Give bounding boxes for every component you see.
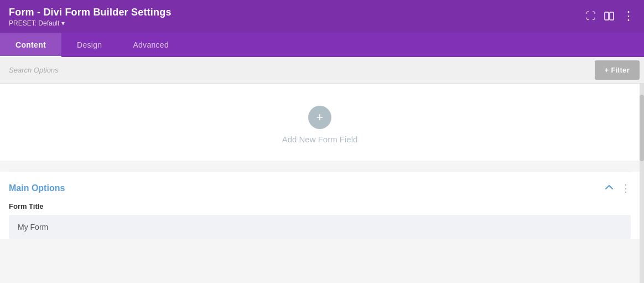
collapse-icon[interactable]: [604, 182, 614, 194]
header: Form - Divi Form Builder Settings PRESET…: [0, 0, 644, 33]
more-options-icon[interactable]: ⋮: [622, 9, 635, 23]
search-input[interactable]: [0, 58, 590, 82]
tabs-bar: Content Design Advanced: [0, 33, 644, 57]
main-options-section: Main Options ⋮ Form Title: [0, 172, 640, 239]
header-left: Form - Divi Form Builder Settings PRESET…: [9, 7, 172, 27]
svg-rect-0: [605, 12, 609, 20]
main-content: + Add New Form Field Main Options ⋮: [0, 84, 640, 283]
scrollable-area: + Add New Form Field Main Options ⋮: [0, 84, 644, 283]
fullscreen-icon[interactable]: ⛶: [586, 11, 596, 22]
section-header: Main Options ⋮: [9, 172, 631, 202]
form-title-label: Form Title: [9, 202, 631, 210]
header-actions: ⛶ ⋮: [586, 7, 635, 23]
preset-label: PRESET: Default ▾: [9, 19, 172, 27]
section-title: Main Options: [9, 183, 65, 193]
scrollbar-thumb[interactable]: [640, 95, 644, 161]
tab-design[interactable]: Design: [61, 33, 117, 57]
page-title: Form - Divi Form Builder Settings: [9, 7, 172, 18]
search-bar: + Filter: [0, 57, 644, 84]
columns-icon[interactable]: [604, 11, 615, 22]
section-header-right: ⋮: [604, 182, 631, 194]
scrollbar-track[interactable]: [640, 84, 644, 283]
form-title-input[interactable]: [9, 215, 631, 239]
form-title-field: Form Title: [9, 202, 631, 239]
tab-content[interactable]: Content: [0, 33, 61, 57]
preset-dropdown-arrow[interactable]: ▾: [61, 19, 65, 27]
add-field-area: + Add New Form Field: [0, 84, 640, 161]
tab-advanced[interactable]: Advanced: [117, 33, 184, 57]
add-field-button[interactable]: +: [308, 106, 331, 129]
svg-rect-1: [610, 12, 614, 20]
section-more-icon[interactable]: ⋮: [621, 182, 631, 194]
filter-button[interactable]: + Filter: [595, 60, 640, 80]
app-container: Form - Divi Form Builder Settings PRESET…: [0, 0, 644, 283]
add-field-label: Add New Form Field: [282, 135, 358, 144]
